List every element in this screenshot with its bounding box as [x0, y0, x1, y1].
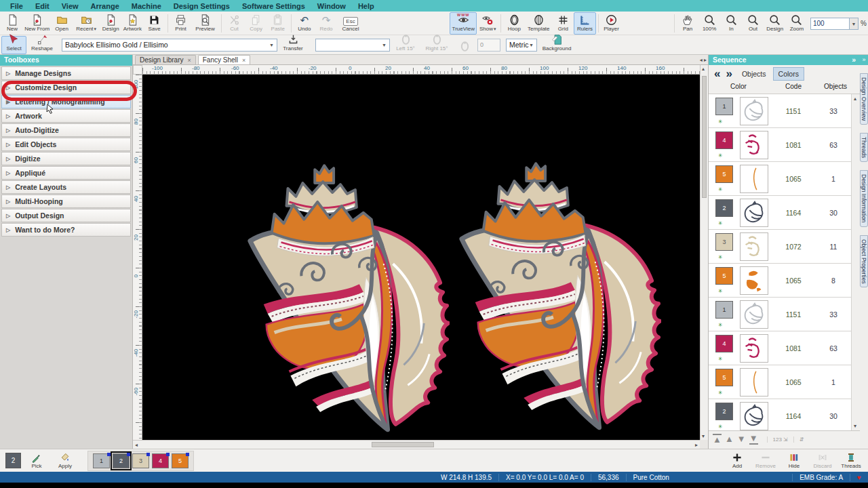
- new-button[interactable]: New: [1, 12, 23, 35]
- artwork-button[interactable]: Artwork: [121, 12, 143, 35]
- object-thumbnail[interactable]: [740, 300, 768, 329]
- cut-button[interactable]: Cut: [223, 12, 245, 35]
- select-button[interactable]: Select: [1, 36, 26, 54]
- sequence-row[interactable]: 5✳ 10658: [709, 264, 860, 298]
- sidebar-item-lettering-monogramming[interactable]: ▶Lettering / Monogramming: [1, 95, 131, 108]
- shell-design-left[interactable]: [234, 161, 450, 434]
- palette-chip-3[interactable]: 3: [132, 453, 149, 468]
- collapse-icon[interactable]: »: [852, 56, 856, 64]
- zoom-design-button[interactable]: Design: [764, 12, 786, 35]
- sequence-row[interactable]: 2✳ 116430: [709, 196, 860, 230]
- palette-chip-2[interactable]: 2: [113, 453, 130, 468]
- save-button[interactable]: Save: [143, 12, 165, 35]
- color-swatch[interactable]: 2: [715, 199, 733, 217]
- menu-view[interactable]: View: [56, 2, 85, 10]
- horizontal-scrollbar[interactable]: ◂ ▸: [133, 440, 700, 449]
- transfer-button[interactable]: Transfer: [277, 36, 309, 54]
- color-swatch[interactable]: 1: [715, 301, 733, 319]
- tab-design-overview[interactable]: Design Overview: [860, 73, 868, 125]
- remove-color-button[interactable]: Remove: [753, 452, 778, 469]
- design-select[interactable]: ▼: [315, 39, 390, 52]
- zoom-100-button[interactable]: 100%: [698, 12, 720, 35]
- zoom-button[interactable]: Zoom: [786, 12, 808, 35]
- menu-window[interactable]: Window: [311, 2, 352, 10]
- color-swatch[interactable]: 3: [715, 233, 733, 251]
- tab-object-properties[interactable]: Object Properties: [860, 235, 868, 288]
- object-thumbnail[interactable]: [740, 131, 768, 159]
- menu-help[interactable]: Help: [352, 2, 380, 10]
- shell-design-right[interactable]: [446, 159, 661, 432]
- cancel-button[interactable]: EscCancel: [337, 12, 364, 35]
- new-from-button[interactable]: New From: [23, 12, 51, 35]
- object-thumbnail[interactable]: [740, 402, 768, 430]
- move-up-icon[interactable]: ▲: [725, 434, 734, 444]
- color-swatch[interactable]: 5: [715, 165, 733, 183]
- move-to-top-icon[interactable]: ▲: [713, 434, 722, 445]
- zoom-level-input[interactable]: [810, 18, 850, 30]
- menu-edit[interactable]: Edit: [29, 2, 56, 10]
- menu-software-settings[interactable]: Software Settings: [236, 2, 311, 10]
- discard-button[interactable]: Discard: [810, 452, 835, 469]
- sequence-row[interactable]: 2✳ 116430: [709, 399, 860, 430]
- color-swatch[interactable]: 4: [715, 335, 733, 352]
- sequence-row[interactable]: 3✳ 107211: [709, 230, 860, 264]
- scroll-down-arrow[interactable]: ▾: [854, 423, 856, 429]
- object-thumbnail[interactable]: [740, 368, 768, 396]
- panel-expand-icon[interactable]: »: [860, 55, 868, 65]
- recent-button[interactable]: Recent▾: [73, 12, 100, 35]
- zoom-dropdown-arrow[interactable]: ▼: [850, 18, 859, 30]
- scroll-right-arrow[interactable]: ▸: [695, 442, 698, 448]
- units-select[interactable]: Metric▼: [506, 39, 537, 52]
- color-swatch[interactable]: 5: [715, 267, 733, 285]
- color-swatch[interactable]: 2: [715, 403, 733, 420]
- ruler-corner-button[interactable]: [133, 65, 142, 75]
- threads-button[interactable]: Threads: [838, 452, 864, 469]
- tab-threads[interactable]: Threads: [860, 133, 868, 162]
- menu-arrange[interactable]: Arrange: [85, 2, 125, 10]
- sidebar-item-want-to-do-more[interactable]: ▷Want to do More?: [1, 223, 131, 237]
- pan-button[interactable]: Pan: [677, 12, 698, 35]
- scroll-down-arrow[interactable]: ▾: [702, 433, 705, 439]
- palette-chip-5[interactable]: 5: [172, 453, 189, 468]
- sidebar-item-customize-design[interactable]: ▷Customize Design: [1, 81, 131, 94]
- add-color-button[interactable]: Add: [724, 452, 750, 469]
- tab-design-library[interactable]: Design Library×: [135, 55, 196, 64]
- palette-chip-1[interactable]: 1: [93, 453, 110, 468]
- object-thumbnail[interactable]: [740, 334, 768, 363]
- sequence-row[interactable]: 1✳ 115133: [709, 298, 860, 331]
- close-icon[interactable]: ×: [242, 57, 245, 64]
- next-color-button[interactable]: »: [723, 67, 734, 81]
- player-button[interactable]: Player: [600, 12, 622, 35]
- object-thumbnail[interactable]: [740, 199, 768, 227]
- sidebar-item-multi-hooping[interactable]: ▷Multi-Hooping: [1, 195, 131, 208]
- preview-button[interactable]: Preview: [192, 12, 219, 35]
- move-down-icon[interactable]: ▼: [737, 434, 746, 444]
- trueview-button[interactable]: WWWTrueView: [450, 12, 477, 35]
- rotate-angle-input[interactable]: [477, 39, 500, 52]
- scroll-up-arrow[interactable]: ▴: [702, 66, 705, 72]
- prev-color-button[interactable]: «: [711, 67, 723, 81]
- sequence-row[interactable]: 5✳ 10651: [709, 162, 860, 196]
- tab-scroll-arrows[interactable]: ◂ ▸: [700, 57, 707, 63]
- vertical-scrollbar[interactable]: ▴ ▾: [700, 65, 708, 440]
- open-button[interactable]: Open: [51, 12, 73, 35]
- scrollbar-thumb[interactable]: [372, 442, 434, 447]
- rotate-left-15-button[interactable]: Left 15°: [390, 36, 421, 54]
- sequence-row[interactable]: 4✳ 108163: [709, 128, 860, 162]
- scroll-up-arrow[interactable]: ▴: [854, 96, 856, 102]
- close-icon[interactable]: ×: [187, 57, 191, 64]
- zoom-in-button[interactable]: In: [720, 12, 742, 35]
- apply-color-button[interactable]: Apply: [52, 452, 78, 469]
- sidebar-item-auto-digitize[interactable]: ▷Auto-Digitize: [1, 123, 131, 137]
- redo-button[interactable]: ↷Redo: [315, 12, 337, 35]
- sequence-scrollbar[interactable]: ▴ ▾: [851, 94, 860, 430]
- zoom-out-button[interactable]: Out: [742, 12, 764, 35]
- rotate-right-15-button[interactable]: Right 15°: [421, 36, 452, 54]
- rulers-button[interactable]: Rulers: [574, 12, 595, 35]
- menu-design-settings[interactable]: Design Settings: [167, 2, 236, 10]
- design-button[interactable]: Design: [100, 12, 121, 35]
- sidebar-item-digitize[interactable]: ▷Digitize: [1, 152, 131, 165]
- object-thumbnail[interactable]: [740, 232, 768, 261]
- scroll-left-arrow[interactable]: ◂: [135, 442, 138, 448]
- sidebar-item-output-design[interactable]: ▷Output Design: [1, 209, 131, 222]
